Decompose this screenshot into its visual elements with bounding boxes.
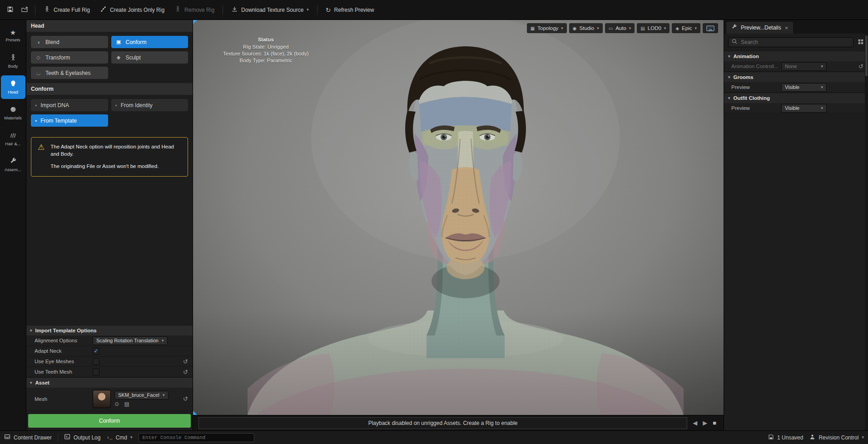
animation-controller-dropdown[interactable]: None ▾	[781, 62, 827, 71]
view-options-grid-icon[interactable]	[858, 39, 864, 46]
revision-control-button[interactable]: Revision Control ▾	[809, 434, 864, 441]
previous-frame-icon[interactable]: ◀	[693, 419, 697, 426]
lod-dropdown[interactable]: ▤ LOD0 ▾	[637, 23, 670, 33]
save-button[interactable]	[4, 3, 17, 17]
metahuman-head-render[interactable]	[193, 20, 724, 415]
transform-icon: ◇	[35, 54, 42, 60]
import-dna-option[interactable]: ● Import DNA	[31, 99, 108, 111]
metahuman-editor-window: Create Full Rig Create Joints Only Rig R…	[0, 0, 868, 444]
property-label: Alignment Options	[35, 338, 93, 343]
studio-lighting-dropdown[interactable]: ◉ Studio ▾	[569, 23, 603, 33]
auto-quality-dropdown[interactable]: ▭ Auto ▾	[605, 23, 635, 33]
outfit-preview-dropdown[interactable]: Visible ▾	[781, 104, 827, 113]
topology-dropdown[interactable]: ▦ Topology ▾	[527, 23, 567, 33]
remove-rig-icon	[174, 6, 181, 14]
epic-quality-dropdown[interactable]: ◈ Epic ▾	[672, 23, 700, 33]
transform-tool-button[interactable]: ◇ Transform	[31, 51, 108, 64]
control-label: Studio	[580, 25, 595, 31]
remove-rig-button[interactable]: Remove Rig	[170, 3, 219, 17]
sidebar-item-body[interactable]: Body	[1, 49, 25, 73]
download-texture-source-button[interactable]: Download Texture Source ▾	[227, 3, 313, 17]
cmd-dropdown[interactable]: ›_ Cmd ▾	[106, 434, 132, 441]
reset-icon[interactable]: ↺	[858, 63, 863, 70]
asset-picker-icon[interactable]: ▤	[124, 401, 129, 407]
use-eye-meshes-checkbox[interactable]	[93, 358, 99, 365]
sidebar-item-presets[interactable]: ★ Presets	[1, 24, 25, 47]
keyboard-shortcuts-button[interactable]	[703, 23, 718, 33]
sidebar-label: Head	[8, 89, 18, 94]
sidebar-item-assembly[interactable]: Assem...	[1, 153, 25, 177]
adapt-neck-checkbox[interactable]: ✓	[93, 348, 99, 355]
browse-asset-button[interactable]	[18, 3, 31, 17]
refresh-preview-button[interactable]: ↻ Refresh Preview	[321, 4, 379, 16]
from-template-option[interactable]: ● From Template	[31, 114, 108, 127]
create-joints-only-rig-button[interactable]: Create Joints Only Rig	[95, 3, 169, 17]
viewport-3d[interactable]: Status Rig State: Unrigged Texture Sourc…	[193, 20, 724, 415]
option-label: Import DNA	[40, 102, 69, 109]
content-drawer-button[interactable]: Content Drawer	[4, 434, 52, 441]
sidebar-item-materials[interactable]: Materials	[1, 101, 25, 125]
viewport-selection-corner	[193, 411, 197, 415]
sidebar-item-head[interactable]: Head	[1, 75, 25, 99]
option-label: From Identity	[121, 102, 153, 109]
mesh-thumbnail[interactable]	[93, 390, 111, 408]
mode-sidebar: ★ Presets Body Head Materials Hair &...	[0, 20, 26, 430]
mesh-asset-dropdown[interactable]: SKM_bruce_FaceI ▾	[114, 391, 169, 400]
conform-tool-button[interactable]: ▣ Conform	[111, 36, 188, 48]
close-tab-icon[interactable]: ×	[785, 25, 789, 31]
alignment-options-dropdown[interactable]: Scaling Rotation Translation ▾	[93, 336, 168, 345]
status-title: Status	[223, 36, 309, 43]
sidebar-label: Assem...	[5, 167, 21, 172]
output-log-button[interactable]: Output Log	[64, 434, 100, 441]
sculpt-tool-button[interactable]: ◆ Sculpt	[111, 51, 188, 64]
revision-control-label: Revision Control	[818, 434, 858, 441]
search-icon	[732, 39, 738, 46]
animation-section-header[interactable]: ▾ Animation	[724, 51, 868, 61]
asset-section-header[interactable]: ▾ Asset	[26, 377, 193, 388]
stop-icon[interactable]: ■	[713, 419, 716, 426]
radio-dot-icon: ●	[115, 104, 117, 107]
console-command-input[interactable]	[139, 433, 254, 442]
reset-icon[interactable]: ↺	[183, 369, 188, 375]
reset-icon[interactable]: ↺	[183, 395, 188, 402]
conform-confirm-button[interactable]: Conform	[28, 414, 191, 428]
property-label: Animation Controll...	[731, 64, 781, 69]
cmd-label: Cmd	[116, 434, 127, 441]
outfit-preview-row: Preview Visible ▾	[724, 103, 868, 113]
from-identity-option[interactable]: ● From Identity	[111, 99, 188, 111]
details-search-box[interactable]	[728, 37, 853, 47]
outfit-clothing-section-header[interactable]: ▾ Outfit Clothing	[724, 93, 868, 103]
grooms-preview-dropdown[interactable]: Visible ▾	[781, 83, 827, 92]
teeth-eyelashes-tool-button[interactable]: ◡ Teeth & Eyelashes	[31, 67, 108, 79]
warning-line-2: The originating File or Asset won't be m…	[50, 163, 181, 170]
tab-title: Preview...Details	[741, 25, 781, 31]
chevron-down-icon: ▾	[862, 435, 864, 439]
grooms-section-header[interactable]: ▾ Grooms	[724, 72, 868, 82]
details-scrollbar[interactable]	[865, 34, 868, 430]
reset-icon[interactable]: ↺	[183, 358, 188, 365]
search-input[interactable]	[741, 39, 850, 45]
sidebar-item-hair[interactable]: Hair &...	[1, 127, 25, 151]
alignment-options-row: Alignment Options Scaling Rotation Trans…	[26, 335, 193, 346]
preview-details-tab[interactable]: Preview...Details ×	[726, 22, 793, 34]
head-icon	[10, 80, 17, 88]
playback-bar: Playback disabled on unrigged Assets. Cr…	[193, 415, 724, 430]
property-label: Adapt Neck	[35, 348, 93, 354]
chevron-down-icon: ▾	[163, 393, 165, 397]
use-teeth-mesh-checkbox[interactable]	[93, 369, 99, 375]
unsaved-changes-button[interactable]: 1 Unsaved	[768, 434, 803, 441]
save-icon	[7, 6, 14, 14]
chevron-down-icon: ▾	[561, 26, 563, 30]
viewport-selection-corner	[193, 20, 197, 24]
revision-control-person-icon	[809, 434, 815, 441]
create-full-rig-button[interactable]: Create Full Rig	[39, 3, 94, 17]
play-icon[interactable]: ▶	[703, 419, 707, 426]
conform-options-grid: ● Import DNA ● From Identity ● From Temp…	[26, 95, 193, 131]
radio-dot-icon: ●	[35, 104, 37, 107]
texture-sources-line: Texture Sources: 1k (face), 2k (body)	[223, 50, 309, 57]
browse-to-asset-icon[interactable]: ⊙	[114, 401, 119, 407]
chevron-down-icon: ▾	[30, 381, 32, 385]
import-template-options-header[interactable]: ▾ Import Template Options	[26, 325, 193, 335]
chevron-down-icon: ▾	[821, 85, 823, 89]
blend-tool-button[interactable]: ◑ Blend	[31, 36, 108, 48]
